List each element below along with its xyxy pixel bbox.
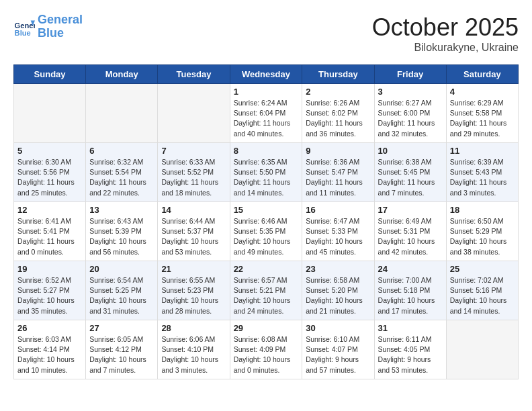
day-info: Sunrise: 6:06 AM Sunset: 4:10 PM Dayligh… [161, 334, 226, 375]
calendar-day-cell [158, 84, 230, 143]
day-number: 15 [234, 205, 299, 215]
day-info: Sunrise: 6:54 AM Sunset: 5:25 PM Dayligh… [89, 275, 154, 316]
calendar-table: SundayMondayTuesdayWednesdayThursdayFrid… [13, 64, 519, 379]
calendar-day-cell: 2Sunrise: 6:26 AM Sunset: 6:02 PM Daylig… [302, 84, 374, 143]
day-info: Sunrise: 6:50 AM Sunset: 5:29 PM Dayligh… [450, 216, 515, 257]
day-info: Sunrise: 6:30 AM Sunset: 5:56 PM Dayligh… [17, 157, 82, 198]
day-number: 8 [234, 146, 299, 156]
weekday-header-row: SundayMondayTuesdayWednesdayThursdayFrid… [14, 65, 519, 84]
page-header: General Blue GeneralBlue October 2025 Bi… [13, 13, 519, 54]
day-number: 29 [234, 323, 299, 333]
calendar-day-cell: 14Sunrise: 6:44 AM Sunset: 5:37 PM Dayli… [158, 202, 230, 261]
calendar-day-cell: 22Sunrise: 6:57 AM Sunset: 5:21 PM Dayli… [230, 261, 302, 320]
title-block: October 2025 Bilokurakyne, Ukraine [372, 13, 519, 54]
day-info: Sunrise: 6:05 AM Sunset: 4:12 PM Dayligh… [89, 334, 154, 375]
day-info: Sunrise: 7:00 AM Sunset: 5:18 PM Dayligh… [378, 275, 443, 316]
day-number: 26 [17, 323, 82, 333]
calendar-day-cell: 4Sunrise: 6:29 AM Sunset: 5:58 PM Daylig… [446, 84, 518, 143]
day-info: Sunrise: 6:38 AM Sunset: 5:45 PM Dayligh… [378, 157, 443, 198]
logo-icon: General Blue [13, 16, 35, 38]
day-info: Sunrise: 6:32 AM Sunset: 5:54 PM Dayligh… [89, 157, 154, 198]
weekday-header: Monday [86, 65, 158, 84]
calendar-day-cell: 13Sunrise: 6:43 AM Sunset: 5:39 PM Dayli… [86, 202, 158, 261]
calendar-day-cell: 29Sunrise: 6:08 AM Sunset: 4:09 PM Dayli… [230, 320, 302, 379]
day-number: 30 [306, 323, 370, 333]
day-number: 12 [17, 205, 82, 215]
day-info: Sunrise: 6:49 AM Sunset: 5:31 PM Dayligh… [378, 216, 443, 257]
day-info: Sunrise: 6:27 AM Sunset: 6:00 PM Dayligh… [378, 98, 443, 139]
calendar-day-cell: 20Sunrise: 6:54 AM Sunset: 5:25 PM Dayli… [86, 261, 158, 320]
day-info: Sunrise: 6:58 AM Sunset: 5:20 PM Dayligh… [306, 275, 370, 316]
weekday-header: Tuesday [158, 65, 230, 84]
day-number: 18 [450, 205, 515, 215]
calendar-day-cell: 6Sunrise: 6:32 AM Sunset: 5:54 PM Daylig… [86, 143, 158, 202]
day-info: Sunrise: 6:24 AM Sunset: 6:04 PM Dayligh… [234, 98, 299, 139]
day-info: Sunrise: 6:26 AM Sunset: 6:02 PM Dayligh… [306, 98, 370, 139]
logo: General Blue GeneralBlue [13, 13, 83, 40]
day-number: 2 [306, 87, 370, 97]
calendar-day-cell: 27Sunrise: 6:05 AM Sunset: 4:12 PM Dayli… [86, 320, 158, 379]
calendar-day-cell: 3Sunrise: 6:27 AM Sunset: 6:00 PM Daylig… [374, 84, 446, 143]
calendar-day-cell [86, 84, 158, 143]
day-info: Sunrise: 6:46 AM Sunset: 5:35 PM Dayligh… [234, 216, 299, 257]
calendar-day-cell [446, 320, 518, 379]
day-number: 14 [161, 205, 226, 215]
svg-text:Blue: Blue [15, 29, 31, 37]
day-number: 9 [306, 146, 370, 156]
day-number: 31 [378, 323, 443, 333]
day-info: Sunrise: 6:35 AM Sunset: 5:50 PM Dayligh… [234, 157, 299, 198]
calendar-day-cell: 21Sunrise: 6:55 AM Sunset: 5:23 PM Dayli… [158, 261, 230, 320]
day-number: 6 [89, 146, 154, 156]
day-info: Sunrise: 6:43 AM Sunset: 5:39 PM Dayligh… [89, 216, 154, 257]
calendar-week-row: 26Sunrise: 6:03 AM Sunset: 4:14 PM Dayli… [14, 320, 519, 379]
calendar-week-row: 5Sunrise: 6:30 AM Sunset: 5:56 PM Daylig… [14, 143, 519, 202]
day-number: 16 [306, 205, 370, 215]
day-number: 4 [450, 87, 515, 97]
calendar-day-cell: 11Sunrise: 6:39 AM Sunset: 5:43 PM Dayli… [446, 143, 518, 202]
calendar-week-row: 1Sunrise: 6:24 AM Sunset: 6:04 PM Daylig… [14, 84, 519, 143]
calendar-day-cell: 19Sunrise: 6:52 AM Sunset: 5:27 PM Dayli… [14, 261, 86, 320]
day-info: Sunrise: 6:41 AM Sunset: 5:41 PM Dayligh… [17, 216, 82, 257]
day-number: 24 [378, 264, 443, 274]
day-number: 17 [378, 205, 443, 215]
day-number: 5 [17, 146, 82, 156]
day-info: Sunrise: 6:36 AM Sunset: 5:47 PM Dayligh… [306, 157, 370, 198]
month-title: October 2025 [372, 13, 519, 42]
day-number: 23 [306, 264, 370, 274]
calendar-day-cell: 8Sunrise: 6:35 AM Sunset: 5:50 PM Daylig… [230, 143, 302, 202]
day-number: 11 [450, 146, 515, 156]
day-info: Sunrise: 6:33 AM Sunset: 5:52 PM Dayligh… [161, 157, 226, 198]
day-info: Sunrise: 6:52 AM Sunset: 5:27 PM Dayligh… [17, 275, 82, 316]
day-number: 27 [89, 323, 154, 333]
day-info: Sunrise: 6:29 AM Sunset: 5:58 PM Dayligh… [450, 98, 515, 139]
day-number: 20 [89, 264, 154, 274]
day-number: 19 [17, 264, 82, 274]
calendar-day-cell: 24Sunrise: 7:00 AM Sunset: 5:18 PM Dayli… [374, 261, 446, 320]
calendar-day-cell: 9Sunrise: 6:36 AM Sunset: 5:47 PM Daylig… [302, 143, 374, 202]
day-info: Sunrise: 6:55 AM Sunset: 5:23 PM Dayligh… [161, 275, 226, 316]
weekday-header: Wednesday [230, 65, 302, 84]
logo-text: GeneralBlue [38, 13, 83, 40]
calendar-day-cell: 10Sunrise: 6:38 AM Sunset: 5:45 PM Dayli… [374, 143, 446, 202]
day-info: Sunrise: 6:10 AM Sunset: 4:07 PM Dayligh… [306, 334, 370, 375]
calendar-day-cell [14, 84, 86, 143]
weekday-header: Thursday [302, 65, 374, 84]
calendar-day-cell: 25Sunrise: 7:02 AM Sunset: 5:16 PM Dayli… [446, 261, 518, 320]
weekday-header: Friday [374, 65, 446, 84]
day-info: Sunrise: 6:57 AM Sunset: 5:21 PM Dayligh… [234, 275, 299, 316]
weekday-header: Saturday [446, 65, 518, 84]
day-info: Sunrise: 7:02 AM Sunset: 5:16 PM Dayligh… [450, 275, 515, 316]
day-number: 28 [161, 323, 226, 333]
calendar-day-cell: 26Sunrise: 6:03 AM Sunset: 4:14 PM Dayli… [14, 320, 86, 379]
day-number: 7 [161, 146, 226, 156]
calendar-week-row: 19Sunrise: 6:52 AM Sunset: 5:27 PM Dayli… [14, 261, 519, 320]
calendar-day-cell: 15Sunrise: 6:46 AM Sunset: 5:35 PM Dayli… [230, 202, 302, 261]
weekday-header: Sunday [14, 65, 86, 84]
calendar-day-cell: 28Sunrise: 6:06 AM Sunset: 4:10 PM Dayli… [158, 320, 230, 379]
calendar-day-cell: 31Sunrise: 6:11 AM Sunset: 4:05 PM Dayli… [374, 320, 446, 379]
day-number: 21 [161, 264, 226, 274]
calendar-day-cell: 12Sunrise: 6:41 AM Sunset: 5:41 PM Dayli… [14, 202, 86, 261]
day-number: 22 [234, 264, 299, 274]
calendar-day-cell: 18Sunrise: 6:50 AM Sunset: 5:29 PM Dayli… [446, 202, 518, 261]
day-number: 25 [450, 264, 515, 274]
